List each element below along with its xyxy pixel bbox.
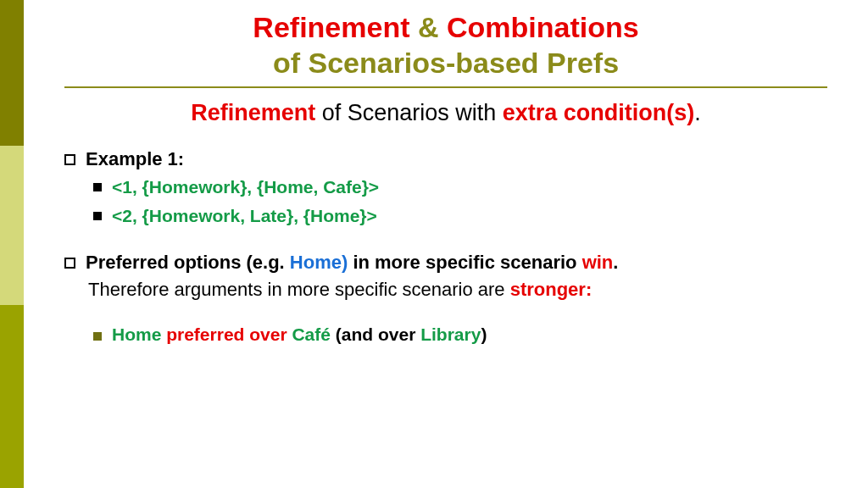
filled-square-bullet-icon [93,332,102,341]
result-andover: (and over [331,324,420,344]
preferred-win: win [582,252,614,273]
filled-square-bullet-icon [93,212,102,220]
tuple-1-text: <1, {Homework}, {Home, Cafe}> [112,175,379,199]
subheading-refinement: Refinement [191,100,315,125]
title-word-combinations: Combinations [447,11,639,43]
result-cafe: Café [292,324,331,344]
slide-content: Refinement & Combinations of Scenarios-b… [24,0,868,488]
result-home: Home [112,324,161,344]
subheading: Refinement of Scenarios with extra condi… [64,100,827,126]
subheading-period: . [694,100,701,125]
result-text: Home preferred over Café (and over Libra… [112,324,487,345]
preferred-p2: in more specific scenario [348,252,581,273]
title-word-refinement: Refinement [253,11,409,43]
result-library: Library [420,324,481,344]
title-divider [64,86,827,88]
hollow-square-bullet-icon [64,154,75,165]
title-ampersand: & [418,11,439,43]
filled-square-bullet-icon [93,183,102,191]
tuple-1-row: <1, {Homework}, {Home, Cafe}> [64,175,827,199]
result-preferred-over: preferred over [161,324,292,344]
preferred-home: Home) [290,252,348,273]
slide-title-line2: of Scenarios-based Prefs [64,47,827,80]
therefore-text: Therefore arguments in more specific sce… [88,279,592,301]
subheading-middle: of Scenarios with [315,100,503,125]
example-1-label: Example 1: [86,148,184,170]
preferred-options-row: Preferred options (e.g. Home) in more sp… [64,252,827,274]
left-color-band [0,0,24,488]
result-row: Home preferred over Café (and over Libra… [64,324,827,345]
hollow-square-bullet-icon [64,258,75,269]
subheading-extra: extra condition(s) [503,100,695,125]
preferred-options-text: Preferred options (e.g. Home) in more sp… [86,252,618,274]
therefore-stronger: stronger: [510,279,593,300]
therefore-p1: Therefore arguments in more specific sce… [88,279,510,300]
slide-title-line1: Refinement & Combinations [64,10,827,45]
therefore-row: Therefore arguments in more specific sce… [64,279,827,301]
preferred-p1: Preferred options (e.g. [86,252,290,273]
tuple-2-text: <2, {Homework, Late}, {Home}> [112,204,377,228]
example-1-heading: Example 1: [64,148,827,170]
preferred-p3: . [613,252,618,273]
result-close: ) [481,324,487,344]
tuple-2-row: <2, {Homework, Late}, {Home}> [64,204,827,228]
